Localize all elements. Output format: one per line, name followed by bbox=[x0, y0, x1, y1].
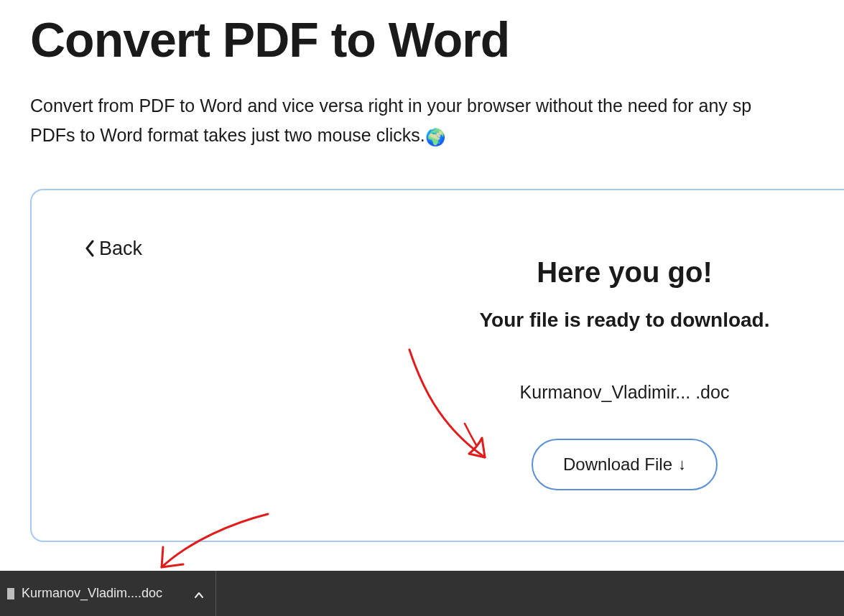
result-filename: Kurmanov_Vladimir... .doc bbox=[381, 382, 845, 403]
back-label: Back bbox=[99, 238, 142, 260]
result-area: Here you go! Your file is ready to downl… bbox=[381, 256, 845, 490]
download-shelf-filename: Kurmanov_Vladim....doc bbox=[22, 586, 162, 601]
download-file-button[interactable]: Download File ↓ bbox=[532, 439, 718, 490]
chevron-up-icon bbox=[194, 589, 204, 599]
chevron-left-icon bbox=[85, 240, 95, 257]
description-line2: PDFs to Word format takes just two mouse… bbox=[30, 125, 425, 145]
browser-download-shelf: Kurmanov_Vladim....doc bbox=[0, 571, 844, 616]
conversion-result-card: Back Here you go! Your file is ready to … bbox=[30, 189, 844, 542]
result-subheading: Your file is ready to download. bbox=[381, 309, 845, 332]
download-arrow-icon: ↓ bbox=[678, 455, 686, 474]
download-button-label: Download File bbox=[563, 454, 672, 475]
back-button[interactable]: Back bbox=[85, 238, 142, 260]
svg-rect-0 bbox=[7, 588, 14, 599]
download-shelf-item[interactable]: Kurmanov_Vladim....doc bbox=[0, 571, 216, 616]
page-description: Convert from PDF to Word and vice versa … bbox=[30, 91, 844, 151]
description-line1: Convert from PDF to Word and vice versa … bbox=[30, 95, 751, 116]
globe-icon: 🌍 bbox=[425, 128, 446, 146]
page-title: Convert PDF to Word bbox=[30, 13, 844, 67]
result-heading: Here you go! bbox=[381, 256, 845, 289]
file-icon bbox=[7, 587, 14, 601]
